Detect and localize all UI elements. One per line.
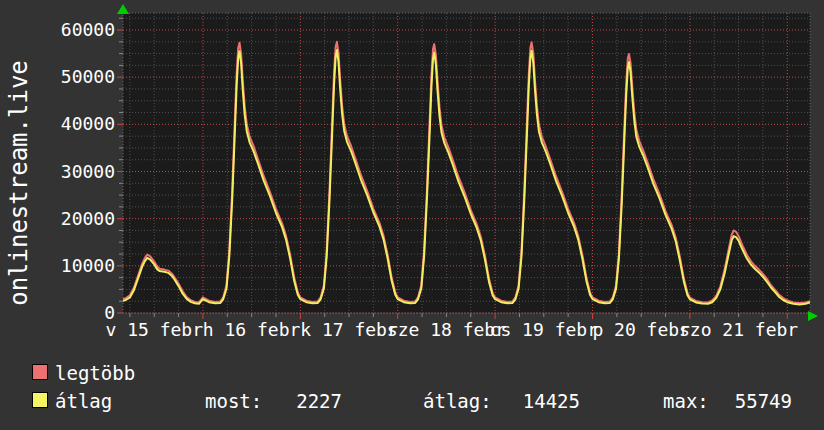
x-tick-label: p 20 febr xyxy=(592,320,690,340)
legend-label-avg: átlag xyxy=(55,390,112,412)
y-tick-label: 20000 xyxy=(20,210,115,228)
y-tick-label: 0 xyxy=(20,304,115,322)
rrd-graph: onlinestream.live 0100002000030000400005… xyxy=(0,0,824,430)
y-tick-label: 60000 xyxy=(20,21,115,39)
x-tick-label: szo 21 febr xyxy=(679,320,798,340)
y-tick-label: 30000 xyxy=(20,163,115,181)
legend-row-avg: átlag most: 2227 átlag: 14425 max: 55749 xyxy=(0,390,824,412)
legend-label-max: legtöbb xyxy=(55,362,135,384)
x-tick-label: v 15 febr xyxy=(105,320,203,340)
x-tick-label: h 16 febr xyxy=(203,320,301,340)
x-tick-label: k 17 febr xyxy=(300,320,398,340)
stat-atlag-value: 14425 xyxy=(423,390,580,412)
stat-max-value: 55749 xyxy=(663,390,792,412)
x-tick-label: sze 18 febr xyxy=(387,320,506,340)
legend-swatch-max xyxy=(32,364,48,380)
x-tick-label: cs 19 febr xyxy=(490,320,598,340)
stat-most-value: 2227 xyxy=(205,390,342,412)
y-tick-label: 40000 xyxy=(20,115,115,133)
y-tick-label: 50000 xyxy=(20,68,115,86)
legend-row-max: legtöbb xyxy=(0,362,824,384)
y-tick-label: 10000 xyxy=(20,257,115,275)
legend-swatch-avg xyxy=(32,392,48,408)
